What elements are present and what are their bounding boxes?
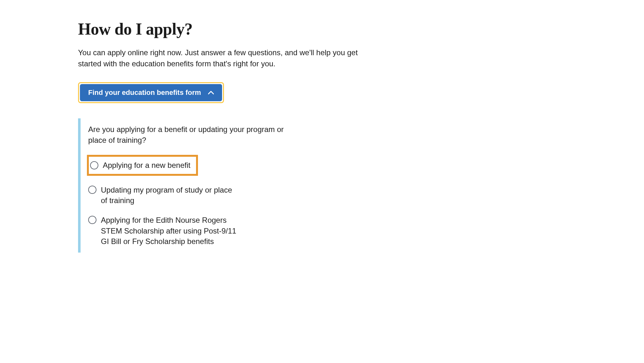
option-label-stem[interactable]: Applying for the Edith Nourse Rogers STE… [101, 215, 237, 247]
radio-new-benefit[interactable] [90, 161, 98, 169]
radio-stem[interactable] [88, 216, 96, 224]
main-content: How do I apply? You can apply online rig… [78, 20, 392, 253]
chevron-up-icon [208, 91, 214, 95]
question-prompt: Are you applying for a benefit or updati… [88, 124, 291, 146]
intro-paragraph: You can apply online right now. Just ans… [78, 47, 379, 69]
options-group: Applying for a new benefit Updating my p… [88, 155, 300, 247]
find-form-button-label: Find your education benefits form [88, 89, 201, 97]
page-heading: How do I apply? [78, 20, 392, 38]
option-highlight-box: Applying for a new benefit [88, 155, 300, 176]
find-form-button[interactable]: Find your education benefits form [80, 84, 222, 101]
cta-focus-ring: Find your education benefits form [78, 82, 224, 103]
option-label-updating[interactable]: Updating my program of study or place of… [101, 185, 237, 206]
radio-updating[interactable] [88, 186, 96, 194]
option-label-new-benefit[interactable]: Applying for a new benefit [103, 160, 190, 171]
question-block: Are you applying for a benefit or updati… [78, 118, 300, 253]
option-row-stem[interactable]: Applying for the Edith Nourse Rogers STE… [88, 215, 300, 247]
option-row-updating[interactable]: Updating my program of study or place of… [88, 185, 300, 206]
